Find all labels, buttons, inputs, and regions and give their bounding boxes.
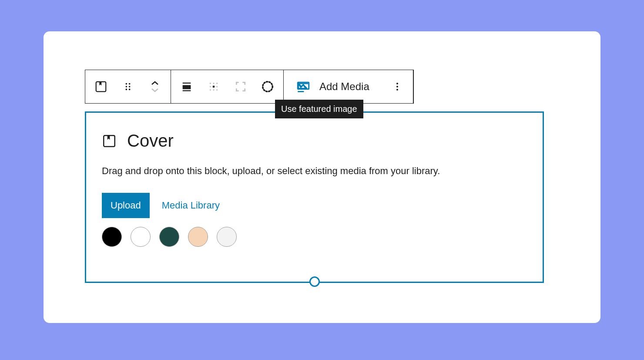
svg-point-23 bbox=[396, 86, 398, 87]
svg-point-6 bbox=[129, 89, 131, 91]
more-options-button[interactable] bbox=[388, 77, 407, 96]
editor-panel: Add Media Use featured image Cover Drag … bbox=[44, 31, 600, 323]
add-media-button[interactable]: Add Media bbox=[284, 70, 382, 103]
drag-handle-icon bbox=[123, 82, 133, 91]
svg-rect-7 bbox=[183, 83, 191, 84]
content-position-button[interactable] bbox=[204, 77, 223, 96]
cover-description: Drag and drop onto this block, upload, o… bbox=[102, 164, 527, 178]
svg-point-24 bbox=[396, 89, 398, 91]
cover-block-placeholder[interactable]: Cover Drag and drop onto this block, upl… bbox=[85, 111, 544, 283]
svg-point-5 bbox=[126, 89, 127, 91]
drag-handle-button[interactable] bbox=[118, 77, 138, 96]
block-toolbar: Add Media Use featured image bbox=[85, 70, 414, 104]
svg-rect-9 bbox=[183, 90, 191, 91]
duotone-button[interactable] bbox=[258, 77, 277, 96]
svg-point-13 bbox=[210, 86, 211, 87]
cover-header: Cover bbox=[102, 131, 527, 151]
add-media-label: Add Media bbox=[319, 81, 369, 93]
image-icon bbox=[296, 79, 311, 94]
svg-point-19 bbox=[263, 82, 273, 92]
color-swatch-0[interactable] bbox=[102, 227, 122, 247]
svg-point-22 bbox=[396, 83, 398, 84]
fullscreen-icon bbox=[235, 81, 246, 92]
svg-point-16 bbox=[210, 89, 211, 91]
full-height-button[interactable] bbox=[231, 77, 250, 96]
grid-dots-icon bbox=[208, 81, 219, 92]
svg-point-11 bbox=[213, 83, 214, 84]
cover-block-icon bbox=[94, 80, 107, 93]
color-swatch-3[interactable] bbox=[188, 227, 208, 247]
svg-point-12 bbox=[216, 83, 218, 84]
color-swatch-1[interactable] bbox=[131, 227, 151, 247]
color-swatches bbox=[102, 227, 527, 247]
svg-point-10 bbox=[210, 83, 211, 84]
dotted-circle-icon bbox=[261, 80, 274, 93]
svg-point-4 bbox=[129, 86, 131, 87]
svg-point-1 bbox=[126, 83, 127, 85]
resize-handle[interactable] bbox=[309, 276, 320, 287]
svg-point-3 bbox=[126, 86, 127, 87]
toolbar-group-align bbox=[171, 70, 284, 103]
color-swatch-2[interactable] bbox=[159, 227, 179, 247]
move-up-down-button[interactable] bbox=[145, 77, 164, 96]
tooltip: Use featured image bbox=[275, 100, 363, 118]
chevron-down-icon bbox=[151, 87, 159, 93]
cover-block-icon-button[interactable] bbox=[91, 77, 111, 96]
svg-point-2 bbox=[129, 83, 131, 85]
media-library-button[interactable]: Media Library bbox=[162, 200, 220, 211]
cover-actions: Upload Media Library bbox=[102, 193, 527, 218]
svg-rect-8 bbox=[183, 85, 191, 89]
color-swatch-4[interactable] bbox=[217, 227, 237, 247]
upload-button[interactable]: Upload bbox=[102, 193, 150, 218]
svg-point-18 bbox=[216, 89, 218, 91]
chevron-up-icon bbox=[151, 81, 159, 86]
svg-point-17 bbox=[213, 89, 214, 91]
toolbar-group-more bbox=[382, 70, 413, 103]
kebab-icon bbox=[392, 81, 402, 92]
svg-point-15 bbox=[216, 86, 218, 87]
align-icon bbox=[181, 81, 193, 93]
align-button[interactable] bbox=[177, 77, 196, 96]
svg-rect-14 bbox=[213, 86, 215, 87]
cover-block-icon bbox=[102, 134, 117, 148]
toolbar-group-block bbox=[85, 70, 171, 103]
cover-title: Cover bbox=[127, 131, 174, 151]
